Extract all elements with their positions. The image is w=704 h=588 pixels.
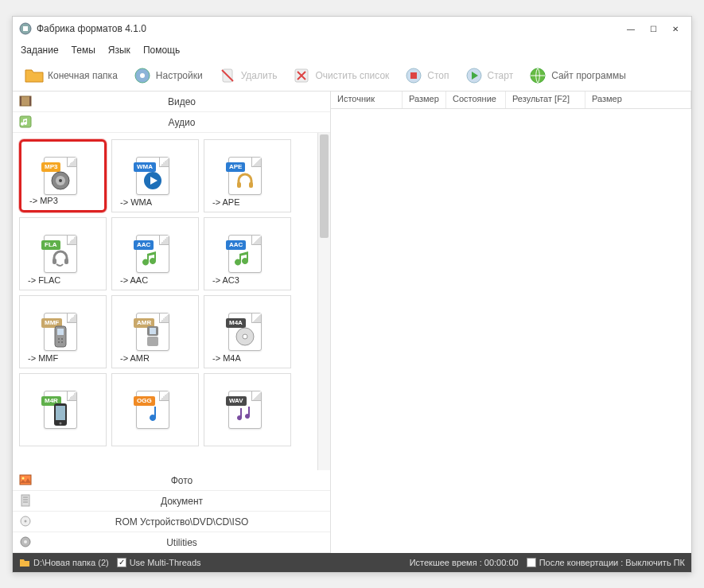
menu-task[interactable]: Задание [21,45,59,56]
scroll-thumb[interactable] [320,134,329,238]
toolbar-label: Старт [488,70,514,81]
globe-icon [527,65,548,86]
clear-list-button[interactable]: Очистить список [286,64,394,88]
multithreads-checkbox[interactable]: Use Multi-Threads [117,558,201,567]
format-item-aac[interactable]: AAC-> AAC [111,217,199,290]
titlebar: Фабрика форматов 4.1.0 — ☐ ✕ [13,17,691,41]
svg-rect-7 [410,72,417,79]
format-item-fla[interactable]: FLA-> FLAC [19,217,107,290]
maximize-button[interactable]: ☐ [644,21,663,37]
format-glyph-icon [232,170,258,191]
note-icon [19,115,33,130]
format-label: -> MP3 [29,196,58,205]
format-file-icon: AAC [136,235,174,273]
category-audio[interactable]: Аудио [13,112,330,133]
category-label: Документ [40,496,324,507]
col-size[interactable]: Размер [403,92,446,108]
document-icon [19,494,33,508]
checkbox-icon [527,558,536,567]
format-grid: MP3-> MP3WMA-> WMAAPE-> APEFLA-> FLACAAC… [13,133,317,470]
image-icon [19,473,33,488]
svg-point-27 [61,341,63,343]
format-file-icon: AAC [228,235,266,273]
format-glyph-icon [48,404,73,425]
category-photo[interactable]: Фото [13,470,330,491]
delete-icon [217,65,238,86]
website-button[interactable]: Сайт программы [523,64,631,88]
status-folder[interactable]: D:\Новая папка (2) [19,558,109,567]
format-file-icon: APE [228,157,266,195]
gear-small-icon [19,535,33,550]
format-file-icon: MMF [44,313,82,351]
svg-point-40 [25,520,27,522]
format-label: -> M4A [212,353,241,363]
category-label: Аудио [40,117,324,128]
menu-language[interactable]: Язык [108,45,130,56]
format-item-aac[interactable]: AAC-> AC3 [204,217,291,290]
svg-point-37 [22,477,25,479]
output-folder-button[interactable]: Конечная папка [19,64,123,88]
scrollbar[interactable] [317,133,330,470]
format-item-ogg[interactable]: OGG [111,373,199,446]
format-item-wav[interactable]: WAV [204,373,291,446]
format-item-mp3[interactable]: MP3-> MP3 [19,139,107,212]
format-file-icon: WAV [228,391,266,429]
format-item-m4r[interactable]: M4R [19,373,107,446]
svg-rect-21 [64,259,68,264]
svg-point-26 [58,341,60,343]
svg-point-3 [140,73,145,78]
toolbar-label: Очистить список [315,70,389,81]
close-button[interactable]: ✕ [666,21,685,37]
format-item-mmf[interactable]: MMF-> MMF [19,295,107,368]
app-window: Фабрика форматов 4.1.0 — ☐ ✕ Задание Тем… [12,16,692,573]
category-rom[interactable]: ROM Устройство\DVD\CD\ISO [13,512,330,532]
format-glyph-icon [232,248,258,269]
format-glyph-icon [48,326,73,347]
svg-point-25 [61,338,63,340]
format-item-wma[interactable]: WMA-> WMA [111,139,199,212]
category-label: Фото [40,475,324,486]
category-utilities[interactable]: Utilities [13,532,330,553]
format-item-m4a[interactable]: M4A-> M4A [204,295,291,368]
format-label: -> AAC [120,275,148,285]
category-label: Utilities [40,537,324,548]
delete-button[interactable]: Удалить [212,64,282,88]
svg-rect-18 [237,182,241,188]
start-button[interactable]: Старт [459,64,519,88]
format-file-icon: OGG [136,391,174,429]
category-video[interactable]: Видео [13,92,330,112]
toolbar-label: Сайт программы [551,70,626,81]
file-list[interactable] [331,109,691,553]
status-folder-path: D:\Новая папка (2) [33,558,109,567]
menu-help[interactable]: Помощь [143,45,180,56]
format-item-amr[interactable]: AMR-> AMR [111,295,199,368]
svg-rect-13 [20,116,31,127]
col-size2[interactable]: Размер [585,92,691,108]
toolbar-label: Настройки [156,70,203,81]
settings-button[interactable]: Настройки [127,64,208,88]
format-file-icon: MP3 [44,157,82,195]
svg-point-42 [24,540,27,543]
after-convert-checkbox[interactable]: После конвертации : Выключить ПК [527,558,685,567]
film-icon [19,95,33,109]
svg-rect-11 [20,96,21,106]
menu-themes[interactable]: Темы [72,45,95,56]
format-glyph-icon [48,248,73,269]
svg-rect-12 [29,96,31,106]
col-source[interactable]: Источник [331,92,403,108]
svg-rect-34 [56,406,65,420]
window-controls: — ☐ ✕ [621,21,685,37]
format-file-icon: FLA [44,235,82,273]
category-document[interactable]: Документ [13,491,330,512]
play-icon [464,65,484,86]
format-label: -> APE [212,197,240,207]
stop-button[interactable]: Стоп [399,64,453,88]
statusbar: D:\Новая папка (2) Use Multi-Threads Ист… [13,553,691,572]
col-state[interactable]: Состояние [446,92,506,108]
content: Видео Аудио MP3-> MP3WMA-> WMAAPE-> APEF… [13,92,691,553]
minimize-button[interactable]: — [621,21,640,37]
format-glyph-icon [140,248,165,269]
svg-rect-23 [57,329,64,335]
format-item-ape[interactable]: APE-> APE [204,139,291,212]
col-result[interactable]: Результат [F2] [506,92,585,108]
